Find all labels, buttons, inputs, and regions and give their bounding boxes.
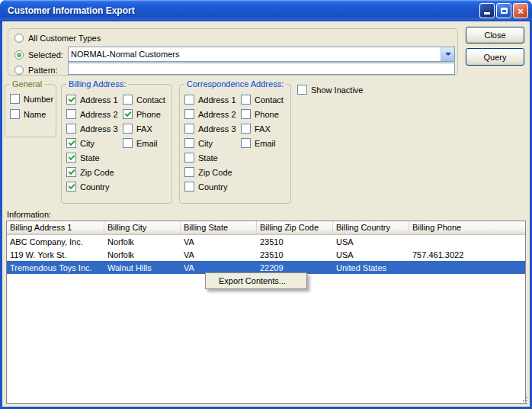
checkbox-box[interactable]	[123, 124, 133, 134]
checkbox-label: Country	[198, 182, 228, 192]
checkbox-box[interactable]	[241, 138, 251, 148]
query-button[interactable]: Query	[466, 48, 524, 66]
checkbox-box[interactable]	[66, 153, 76, 163]
column-header-billing-state[interactable]: Billing State	[181, 221, 257, 235]
column-header-billing-address-1[interactable]: Billing Address 1	[7, 221, 104, 235]
checkbox-show-inactive[interactable]: Show Inactive	[297, 85, 363, 95]
checkbox-address-3[interactable]: Address 3	[66, 124, 118, 134]
checkbox-label: Address 2	[198, 110, 236, 119]
table-cell: 22209	[257, 263, 333, 272]
checkbox-box[interactable]	[66, 182, 76, 192]
checkbox-phone[interactable]: Phone	[241, 109, 284, 119]
checkbox-box[interactable]	[184, 124, 194, 134]
checkbox-fax[interactable]: FAX	[123, 124, 165, 134]
billing-checklist-col2: ContactPhoneFAXEmail	[123, 95, 165, 148]
checkbox-box[interactable]	[184, 167, 194, 177]
checkbox-address-2[interactable]: Address 2	[66, 109, 118, 119]
checkbox-box[interactable]	[66, 109, 76, 119]
checkbox-box[interactable]	[10, 94, 20, 104]
checkbox-name[interactable]: Name	[10, 109, 53, 119]
checkbox-label: Phone	[255, 110, 279, 119]
checkbox-phone[interactable]: Phone	[123, 109, 165, 119]
pattern-input[interactable]	[68, 63, 455, 75]
checkbox-box[interactable]	[241, 109, 251, 119]
table-row[interactable]: 119 W. York St.NorfolkVA23510USA757.461.…	[7, 248, 525, 261]
column-header-billing-zip-code[interactable]: Billing Zip Code	[257, 221, 333, 235]
checkbox-box[interactable]	[184, 182, 194, 192]
checkbox-box[interactable]	[241, 124, 251, 134]
radio-all-customer-types[interactable]: All Customer Types	[14, 33, 101, 43]
maximize-button[interactable]	[496, 3, 511, 18]
checkbox-address-3[interactable]: Address 3	[184, 124, 236, 134]
resize-grip-icon[interactable]	[519, 396, 529, 406]
checkbox-email[interactable]: Email	[241, 138, 284, 148]
checkbox-number[interactable]: Number	[10, 94, 53, 104]
close-window-button[interactable]: ×	[513, 3, 528, 18]
radio-button[interactable]	[14, 50, 24, 60]
correspondence-address-group-label: Correspondence Address:	[184, 79, 286, 89]
checkbox-box[interactable]	[10, 109, 20, 119]
correspondence-checklist-col1: Address 1Address 2Address 3CityStateZip …	[184, 95, 236, 192]
checkbox-label: Address 1	[80, 95, 118, 105]
close-button[interactable]: Close	[466, 27, 524, 43]
title-bar[interactable]: Customer Information Export ×	[0, 0, 532, 21]
checkbox-label: Show Inactive	[311, 85, 363, 95]
checkbox-address-1[interactable]: Address 1	[66, 95, 118, 105]
column-header-billing-phone[interactable]: Billing Phone	[409, 221, 526, 235]
window-title: Customer Information Export	[8, 5, 135, 16]
checkbox-state[interactable]: State	[184, 153, 236, 163]
checkbox-address-1[interactable]: Address 1	[184, 95, 236, 105]
checkbox-box[interactable]	[66, 124, 76, 134]
checkbox-box[interactable]	[297, 85, 307, 95]
checkbox-box[interactable]	[123, 138, 133, 148]
radio-button[interactable]	[14, 34, 24, 43]
checkbox-zip-code[interactable]: Zip Code	[66, 167, 118, 177]
checkbox-country[interactable]: Country	[184, 182, 236, 192]
radio-pattern[interactable]: Pattern:	[14, 65, 58, 75]
checkbox-box[interactable]	[66, 167, 76, 177]
column-header-billing-country[interactable]: Billing Country	[333, 221, 409, 235]
table-cell: Walnut Hills	[104, 263, 181, 272]
table-row[interactable]: ABC Company, Inc.NorfolkVA23510USA	[7, 235, 525, 248]
checkbox-box[interactable]	[184, 138, 194, 148]
dialog-window: Customer Information Export × All Custom…	[0, 0, 532, 409]
table-cell: Tremendous Toys Inc.	[7, 263, 104, 272]
table-cell: 119 W. York St.	[7, 250, 104, 259]
combo-selected-value: NORMAL-Normal Customers	[69, 50, 441, 59]
correspondence-address-group: Correspondence Address: Address 1Address…	[179, 84, 291, 204]
checkbox-contact[interactable]: Contact	[123, 95, 165, 105]
maximize-icon	[501, 8, 508, 14]
checkbox-label: FAX	[255, 124, 271, 134]
checkbox-box[interactable]	[241, 95, 251, 105]
correspondence-checklist-col2: ContactPhoneFAXEmail	[241, 95, 284, 148]
checkbox-label: Zip Code	[198, 168, 232, 177]
checkbox-box[interactable]	[184, 109, 194, 119]
radio-button[interactable]	[14, 66, 24, 75]
checkbox-label: Email	[255, 139, 276, 148]
checkbox-box[interactable]	[184, 153, 194, 163]
checkbox-contact[interactable]: Contact	[241, 95, 284, 105]
checkbox-city[interactable]: City	[184, 138, 236, 148]
checkbox-country[interactable]: Country	[66, 182, 118, 192]
checkbox-label: Zip Code	[80, 168, 114, 177]
customer-type-select[interactable]: NORMAL-Normal Customers	[68, 47, 455, 62]
checkbox-fax[interactable]: FAX	[241, 124, 284, 134]
checkbox-state[interactable]: State	[66, 153, 118, 163]
checkbox-zip-code[interactable]: Zip Code	[184, 167, 236, 177]
radio-selected[interactable]: Selected:	[14, 50, 63, 60]
information-table: Billing Address 1Billing CityBilling Sta…	[6, 221, 526, 404]
checkbox-box[interactable]	[123, 95, 133, 105]
checkbox-box[interactable]	[66, 95, 76, 105]
table-cell: USA	[333, 250, 409, 259]
menu-item-export-contents[interactable]: Export Contents...	[207, 274, 306, 288]
checkbox-box[interactable]	[184, 95, 194, 105]
checkbox-email[interactable]: Email	[123, 138, 165, 148]
table-cell: VA	[181, 237, 257, 246]
checkbox-box[interactable]	[66, 138, 76, 148]
checkbox-city[interactable]: City	[66, 138, 118, 148]
chevron-down-icon[interactable]	[441, 47, 454, 61]
checkbox-box[interactable]	[123, 109, 133, 119]
minimize-button[interactable]	[479, 3, 495, 18]
checkbox-address-2[interactable]: Address 2	[184, 109, 236, 119]
column-header-billing-city[interactable]: Billing City	[104, 221, 181, 235]
